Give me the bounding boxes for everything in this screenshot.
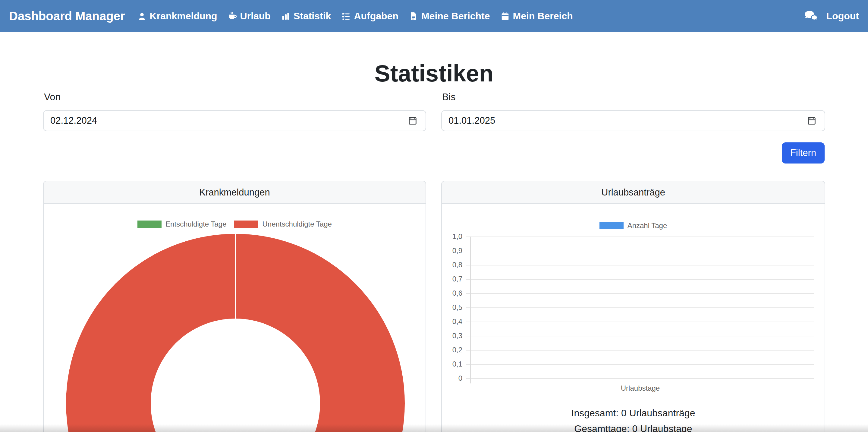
krankmeldungen-card: Krankmeldungen Entschuldigte Tage Unents…	[43, 181, 426, 432]
coffee-icon	[227, 11, 237, 21]
doughnut-legend: Entschuldigte Tage Unentschuldigte Tage	[44, 220, 426, 228]
nav-item-urlaub[interactable]: Urlaub	[227, 10, 271, 22]
y-tick: 0	[442, 373, 462, 383]
nav-item-mein-bereich[interactable]: Mein Bereich	[500, 10, 573, 22]
nav-item-statistik[interactable]: Statistik	[281, 10, 331, 22]
file-icon	[409, 11, 418, 21]
legend-label: Unentschuldigte Tage	[262, 220, 332, 228]
y-axis-line	[470, 236, 471, 383]
bis-label: Bis	[442, 91, 456, 103]
nav-item-label: Mein Bereich	[513, 10, 573, 22]
nav-items: Krankmeldung Urlaub	[137, 10, 573, 22]
y-tick: 1,0	[442, 232, 462, 241]
y-tick: 0,6	[442, 288, 462, 298]
legend-label: Anzahl Tage	[627, 222, 667, 230]
bar-chart-icon	[281, 11, 290, 21]
y-tick: 0,5	[442, 303, 462, 312]
green-swatch	[137, 221, 161, 228]
urlaub-summary: Insgesamt: 0 Urlaubsanträge Gesamttage: …	[442, 405, 825, 432]
red-swatch	[234, 221, 258, 228]
y-tick: 0,8	[442, 260, 462, 270]
bar-legend: Anzahl Tage	[442, 222, 825, 230]
y-tick: 0,3	[442, 331, 462, 341]
blue-swatch	[599, 222, 624, 229]
page-title: Statistiken	[0, 59, 868, 87]
von-label: Von	[44, 91, 61, 103]
y-tick: 0,7	[442, 274, 462, 284]
navbar-right: Logout	[804, 9, 859, 23]
urlaubsantraege-card: Urlaubsanträge Anzahl Tage 1,0 0,9 0,8 0…	[441, 181, 825, 432]
nav-item-label: Statistik	[293, 10, 331, 22]
chart-gridlines	[466, 236, 814, 379]
legend-item-entschuldigte[interactable]: Entschuldigte Tage	[137, 220, 226, 228]
calendar-icon	[500, 11, 510, 21]
date-picker-icon[interactable]	[807, 116, 817, 127]
krankmeldungen-card-title: Krankmeldungen	[44, 181, 426, 204]
legend-item-unentschuldigte[interactable]: Unentschuldigte Tage	[234, 220, 332, 228]
dashboard-page: Dashboard Manager Krankmeldung	[0, 0, 868, 432]
date-picker-icon[interactable]	[407, 116, 418, 127]
y-tick: 0,1	[442, 359, 462, 369]
nav-item-krankmeldung[interactable]: Krankmeldung	[137, 10, 217, 22]
legend-label: Entschuldigte Tage	[165, 220, 226, 228]
person-icon	[137, 11, 147, 21]
y-tick: 0,2	[442, 345, 462, 355]
bis-date-input[interactable]	[441, 110, 825, 131]
y-tick: 0,4	[442, 317, 462, 326]
summary-gesamttage: Gesamttage: 0 Urlaubstage	[442, 421, 825, 432]
nav-item-meine-berichte[interactable]: Meine Berichte	[409, 10, 490, 22]
nav-item-label: Aufgaben	[354, 10, 398, 22]
x-axis-label: Urlaubstage	[466, 384, 814, 393]
nav-item-label: Krankmeldung	[150, 10, 217, 22]
chat-bubbles-icon[interactable]	[804, 9, 818, 23]
brand-title[interactable]: Dashboard Manager	[9, 9, 125, 23]
legend-item-anzahl-tage[interactable]: Anzahl Tage	[599, 222, 667, 230]
summary-insgesamt: Insgesamt: 0 Urlaubsanträge	[442, 405, 825, 421]
von-date-input[interactable]	[43, 110, 426, 131]
filtern-button[interactable]: Filtern	[782, 142, 825, 164]
navbar: Dashboard Manager Krankmeldung	[0, 0, 868, 32]
y-tick: 0,9	[442, 246, 462, 256]
logout-button[interactable]: Logout	[827, 10, 859, 22]
list-check-icon	[341, 11, 351, 21]
nav-item-label: Meine Berichte	[421, 10, 490, 22]
urlaubsantraege-card-title: Urlaubsanträge	[442, 181, 825, 204]
nav-item-aufgaben[interactable]: Aufgaben	[341, 10, 398, 22]
nav-item-label: Urlaub	[240, 10, 271, 22]
doughnut-segment-border	[235, 234, 236, 319]
